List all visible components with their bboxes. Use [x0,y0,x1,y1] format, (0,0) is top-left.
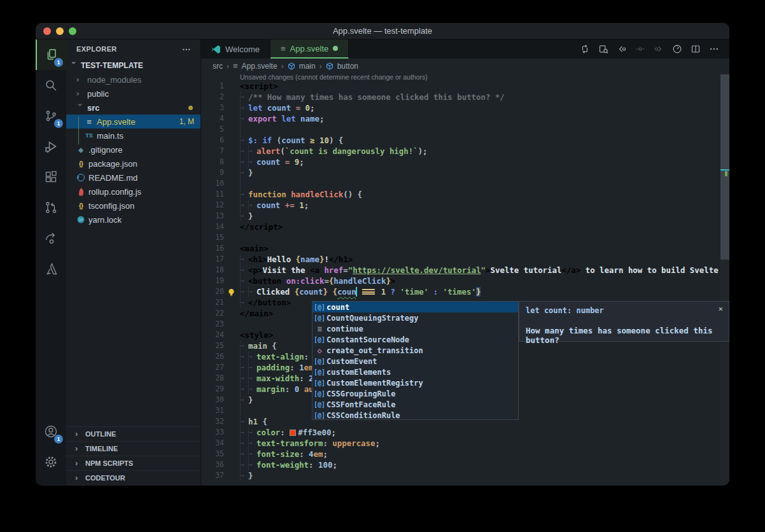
section-outline[interactable]: ›OUTLINE [66,426,200,441]
code-line-4[interactable]: 4→export let name; [201,113,719,124]
code-line-1[interactable]: 1<script> [201,81,719,92]
indent-guide: → [240,297,248,308]
search-icon[interactable] [36,70,66,101]
section-timeline[interactable]: ›TIMELINE [66,441,200,456]
tree-item-tsconfig.json[interactable]: {}tsconfig.json [66,199,200,213]
code-line-5[interactable]: 5 [201,124,719,135]
tree-item-main.ts[interactable]: TSmain.ts [66,129,200,143]
suggest-item-CSSFontFaceRule[interactable]: [@]CSSFontFaceRule [312,399,518,410]
indent-guide: → [248,362,256,373]
scrollbar-thumb[interactable] [720,74,729,260]
suggest-item-CountQueuingStrategy[interactable]: [@]CountQueuingStrategy [312,312,518,323]
suggest-item-CustomElementRegistry[interactable]: [@]CustomElementRegistry [312,377,518,388]
split-editor-icon[interactable] [691,44,701,54]
zoom-button[interactable] [69,27,76,35]
indent-guide: → [240,438,248,449]
editor-scrollbar[interactable] [720,73,729,485]
code-editor[interactable]: Unsaved changes (cannot determine recent… [201,73,729,485]
explorer-more-actions-icon[interactable]: ⋯ [182,44,192,54]
symbol-variable-icon: [@] [312,336,326,343]
indent-guide: → [240,459,248,470]
indent-guide: → [240,146,248,157]
code-line-16[interactable]: 16<main> [201,243,719,254]
code-line-8[interactable]: 8→→count = 9; [201,157,719,167]
code-line-9[interactable]: 9→} [201,167,719,178]
open-preview-icon[interactable] [598,44,608,54]
close-icon[interactable]: ✕ [719,304,723,313]
unsaved-dot-icon[interactable] [333,46,338,51]
code-line-36[interactable]: 36→→font-weight: 100; [201,459,719,470]
breadcrumb-main[interactable]: main [299,62,316,71]
minimize-button[interactable] [56,27,64,35]
section-codetour[interactable]: ›CODETOUR [66,470,200,485]
explorer-icon[interactable]: 1 [36,39,66,70]
github-pull-requests-icon[interactable] [36,192,66,223]
tree-item-README.md[interactable]: iREADME.md [66,171,200,185]
code-line-15[interactable]: 15 [201,232,719,243]
tree-root[interactable]: › TEST-TEMPLATE [66,59,200,73]
tree-item-node_modules[interactable]: ›node_modules [66,73,200,87]
tree-item-public[interactable]: ›public [66,87,200,101]
code-line-11[interactable]: 11→function handleClick() { [201,189,719,200]
code-line-18[interactable]: 18→<p>Visit the <a href="https://svelte.… [201,265,719,276]
more-actions-icon[interactable] [709,44,719,54]
tree-indent-guide [78,116,79,144]
code-line-12[interactable]: 12→→count += 1; [201,200,719,211]
suggest-item-continue[interactable]: ≡continue [312,323,518,334]
color-swatch[interactable] [290,430,296,436]
tab-app-svelte[interactable]: ≡ App.svelte [270,39,349,59]
code-line-10[interactable]: 10 [201,178,719,189]
tree-item-.gitignore[interactable]: ◆.gitignore [66,143,200,157]
suggest-item-create_out_transition[interactable]: ◇create_out_transition [312,345,518,356]
current-change-icon[interactable] [635,44,645,54]
suggest-item-customElements[interactable]: [@]customElements [312,367,518,377]
next-change-icon[interactable] [654,44,664,54]
previous-change-icon[interactable] [617,44,627,54]
tree-item-App.svelte[interactable]: ≡App.svelte1, M [66,115,200,129]
code-line-35[interactable]: 35→→font-size: 4em; [201,449,719,459]
breadcrumb-file[interactable]: App.svelte [242,62,277,71]
run-debug-icon[interactable] [36,131,66,162]
accounts-icon[interactable]: 1 [36,416,66,447]
code-line-2[interactable]: 2→/** How many times has someone clicked… [201,92,719,102]
code-line-19[interactable]: 19→<button on:click={handleClick}> [201,276,719,286]
breadcrumb-button[interactable]: button [337,62,358,71]
suggest-item-CustomEvent[interactable]: [@]CustomEvent [312,356,518,367]
indent-guide: → [240,276,248,286]
suggest-item-CSSGroupingRule[interactable]: [@]CSSGroupingRule [312,388,518,399]
tab-welcome[interactable]: Welcome [201,39,270,59]
section-npm-scripts[interactable]: ›NPM SCRIPTS [66,456,200,470]
live-share-icon[interactable] [36,223,66,253]
file-label: .gitignore [88,145,122,155]
suggest-item-count[interactable]: [@]count [312,302,518,312]
code-line-20[interactable]: 20→→Clicked {count} {coun 1 ? 'time' : '… [201,286,719,297]
open-changes-icon[interactable] [580,44,590,54]
code-line-34[interactable]: 34→→text-transform: uppercase; [201,438,719,449]
suggest-item-CSSConditionRule[interactable]: [@]CSSConditionRule [312,410,518,420]
breadcrumb-src[interactable]: src [213,62,223,71]
suggest-item-ConstantSourceNode[interactable]: [@]ConstantSourceNode [312,334,518,345]
code-line-17[interactable]: 17→<h1>Hello {name}!</h1> [201,254,719,265]
indent-guide: → [248,459,256,470]
code-line-33[interactable]: 33→→color: #ff3e00; [201,427,719,438]
tree-item-yarn.lock[interactable]: yarn.lock [66,213,200,227]
line-number: 28 [201,373,224,384]
code-line-3[interactable]: 3→let count = 0; [201,102,719,113]
extensions-icon[interactable] [36,162,66,192]
folder-modified-dot [188,106,193,110]
code-line-13[interactable]: 13→} [201,211,719,221]
vscode-window: App.svelte — test-template 1 1 [36,23,729,486]
code-line-6[interactable]: 6→$: if (count ≥ 10) { [201,135,719,146]
lightbulb-icon[interactable] [227,288,236,298]
code-line-14[interactable]: 14</script> [201,221,719,232]
settings-gear-icon[interactable] [36,447,66,477]
tree-item-package.json[interactable]: {}package.json [66,157,200,171]
azure-icon[interactable] [36,253,66,284]
code-line-37[interactable]: 37→} [201,470,719,481]
toggle-blame-icon[interactable] [672,44,682,54]
tree-item-rollup.config.js[interactable]: rollup.config.js [66,185,200,199]
code-line-7[interactable]: 7→→alert(`count is dangerously high!`); [201,146,719,157]
source-control-icon[interactable]: 1 [36,101,66,131]
tree-item-src[interactable]: ›src [66,101,200,115]
close-button[interactable] [43,27,51,35]
